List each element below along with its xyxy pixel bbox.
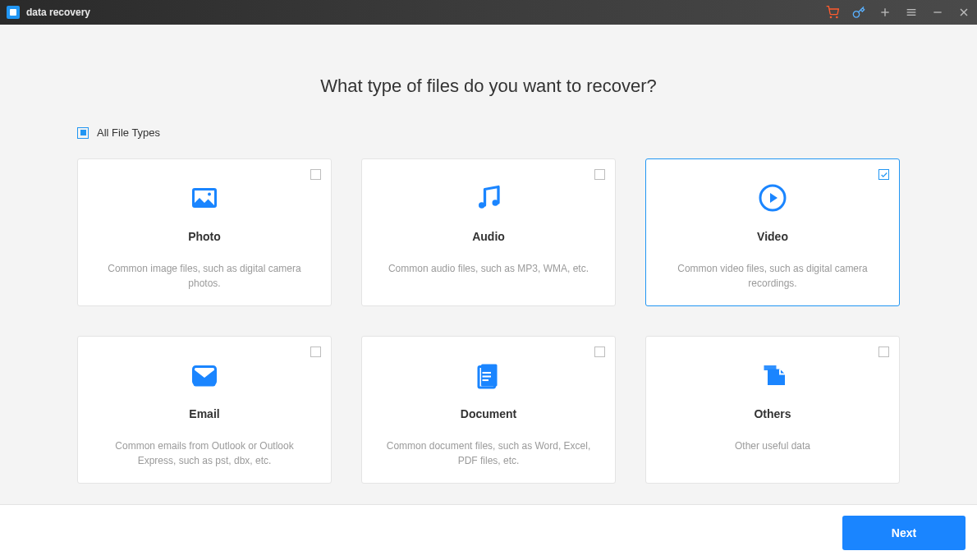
card-desc: Common audio files, such as MP3, WMA, et…: [380, 261, 597, 276]
titlebar-left: data recovery: [7, 6, 90, 19]
card-video[interactable]: Video Common video files, such as digita…: [645, 158, 900, 306]
plus-icon[interactable]: [878, 6, 892, 19]
key-icon[interactable]: [852, 6, 865, 19]
card-desc: Common document files, such as Word, Exc…: [377, 438, 600, 468]
titlebar: data recovery: [0, 0, 977, 25]
card-title: Photo: [188, 230, 221, 243]
email-icon: [190, 356, 219, 394]
file-type-grid: Photo Common image files, such as digita…: [77, 158, 900, 484]
footer: Next: [0, 504, 977, 560]
card-checkbox[interactable]: [594, 347, 605, 357]
svg-point-0: [830, 16, 831, 17]
svg-point-12: [479, 202, 485, 209]
card-photo[interactable]: Photo Common image files, such as digita…: [77, 158, 332, 306]
card-checkbox[interactable]: [878, 347, 889, 357]
next-button[interactable]: Next: [842, 516, 966, 550]
all-file-types-checkbox[interactable]: [77, 127, 89, 139]
all-file-types-label: All File Types: [97, 126, 160, 139]
document-icon: [474, 356, 503, 394]
card-desc: Common image files, such as digital came…: [93, 261, 316, 291]
svg-marker-15: [770, 193, 777, 203]
card-title: Audio: [472, 230, 505, 243]
svg-point-13: [493, 200, 499, 206]
container: All File Types Photo Common image files,…: [77, 126, 900, 484]
card-desc: Common video files, such as digital came…: [661, 261, 884, 291]
audio-icon: [474, 179, 503, 217]
card-title: Others: [754, 407, 791, 420]
card-audio[interactable]: Audio Common audio files, such as MP3, W…: [361, 158, 616, 306]
card-document[interactable]: Document Common document files, such as …: [361, 336, 616, 484]
card-checkbox[interactable]: [310, 347, 321, 357]
card-checkbox[interactable]: [594, 169, 605, 180]
card-email[interactable]: Email Common emails from Outlook or Outl…: [77, 336, 332, 484]
card-desc: Other useful data: [727, 438, 819, 453]
video-icon: [758, 179, 787, 217]
card-checkbox[interactable]: [310, 169, 321, 180]
app-title: data recovery: [26, 7, 90, 18]
card-checkbox[interactable]: [878, 169, 889, 180]
app-logo-icon: [7, 6, 20, 19]
minimize-icon[interactable]: [931, 6, 944, 19]
card-title: Document: [461, 407, 516, 420]
titlebar-right: [826, 6, 970, 19]
photo-icon: [190, 179, 219, 217]
main-content: What type of files do you want to recove…: [0, 25, 977, 504]
svg-point-1: [837, 16, 837, 17]
page-title: What type of files do you want to recove…: [320, 76, 657, 97]
menu-icon[interactable]: [905, 6, 918, 19]
close-icon[interactable]: [957, 6, 970, 19]
card-title: Email: [189, 407, 219, 420]
card-title: Video: [757, 230, 788, 243]
cart-icon[interactable]: [826, 6, 839, 19]
svg-point-11: [208, 193, 211, 196]
card-desc: Common emails from Outlook or Outlook Ex…: [93, 438, 316, 468]
others-icon: [758, 356, 787, 394]
card-others[interactable]: Others Other useful data: [645, 336, 900, 484]
all-file-types-row[interactable]: All File Types: [77, 126, 900, 139]
